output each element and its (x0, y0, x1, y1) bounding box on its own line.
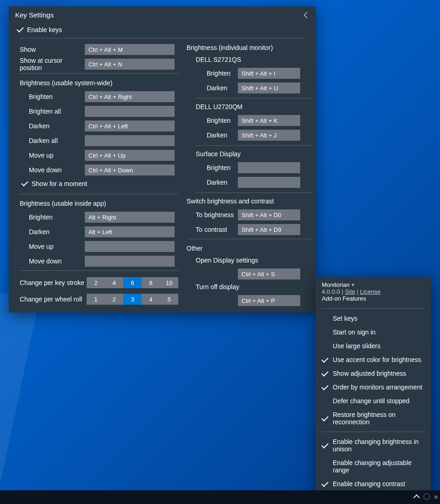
check-icon (321, 462, 329, 470)
monitor-name: DELL S2721QS (187, 54, 312, 66)
back-icon[interactable] (304, 11, 310, 18)
row-ia-2: Move up (20, 239, 178, 254)
divider (187, 239, 312, 239)
key-settings-window: Key Settings Enable keys Show Show at cu… (9, 6, 316, 312)
label: Move up (29, 243, 85, 250)
menu-item[interactable]: Set keys (315, 312, 431, 325)
hotkey-turn-off[interactable] (238, 295, 300, 306)
label: Brighten (29, 214, 85, 221)
hotkey-input[interactable] (85, 256, 175, 267)
seg-option[interactable]: 4 (142, 294, 160, 305)
hotkey-to-contrast[interactable] (238, 224, 300, 235)
row-turn-off (187, 293, 312, 308)
label: Darken (29, 228, 85, 236)
hotkey-input[interactable] (85, 150, 175, 161)
group-insideapp-title: Brightness (usable inside app) (20, 198, 178, 210)
seg-option[interactable]: 2 (87, 277, 105, 288)
menu-item[interactable]: Defer change until stopped (315, 394, 431, 408)
seg-option[interactable]: 5 (160, 294, 178, 305)
label-turn-off: Turn off display (187, 281, 312, 293)
hotkey-input[interactable] (238, 68, 300, 79)
seg-option[interactable]: 3 (123, 294, 142, 305)
label-show: Show (20, 46, 85, 53)
hotkey-input[interactable] (238, 82, 300, 93)
taskbar (0, 490, 440, 504)
divider (20, 270, 178, 271)
menu-item[interactable]: Restore brightness on reconnection (315, 408, 431, 429)
menu-item[interactable]: Order by monitors arrangement (315, 380, 431, 394)
menu-item-label: Restore brightness on reconnection (333, 411, 424, 426)
label: Move down (29, 257, 85, 265)
row-sw-5: Move down (20, 163, 178, 177)
group-individual-title: Brightness (individual monitor) (187, 42, 312, 54)
show-moment-toggle[interactable]: Show for a moment (13, 177, 178, 192)
check-icon (21, 179, 28, 186)
hotkey-show-cursor[interactable] (85, 59, 175, 70)
seg-option[interactable]: 6 (123, 277, 142, 288)
menu-item[interactable]: Enable changing adjustable range (315, 456, 431, 477)
seg-option[interactable]: 10 (160, 277, 178, 288)
group-switch-title: Switch brightness and contrast (187, 196, 312, 208)
group-other-title: Other (187, 243, 312, 255)
seg-option[interactable]: 4 (105, 277, 123, 288)
row-mon-brighten: Brighten (187, 160, 312, 175)
hotkey-input[interactable] (85, 135, 175, 146)
enable-keys-toggle[interactable]: Enable keys (13, 23, 316, 38)
site-link[interactable]: Site (345, 288, 355, 295)
hotkey-show[interactable] (85, 44, 175, 55)
row-mon-darken: Darken (187, 81, 312, 95)
hotkey-input[interactable] (85, 106, 175, 117)
check-icon (321, 414, 329, 422)
segmented-wheel[interactable]: 12345 (87, 294, 178, 305)
divider (20, 38, 305, 38)
tray-dot-icon[interactable] (434, 496, 437, 499)
label: Brighten (207, 70, 238, 77)
change-per-wheel: Change per wheel roll 12345 (20, 291, 178, 307)
label: Move down (29, 166, 85, 174)
row-ia-0: Brighten (20, 210, 178, 225)
hotkey-input[interactable] (85, 121, 175, 131)
seg-option[interactable]: 8 (142, 277, 160, 288)
menu-item-label: Show adjusted brightness (333, 370, 406, 377)
menu-item[interactable]: Use accent color for brightness (315, 353, 431, 367)
hotkey-open-display[interactable] (238, 268, 300, 279)
row-show-cursor: Show at cursor position (20, 57, 178, 71)
hotkey-input[interactable] (85, 241, 175, 252)
about-line: 4.0.0.0 | Site | License (322, 288, 424, 295)
seg-option[interactable]: 2 (105, 294, 123, 305)
menu-item[interactable]: Enable changing contrast (315, 477, 431, 491)
hotkey-input[interactable] (238, 162, 300, 173)
segmented-keystroke[interactable]: 246810 (87, 277, 178, 288)
tray-overflow-icon[interactable] (414, 493, 419, 501)
hotkey-input[interactable] (85, 226, 175, 237)
row-open-display (187, 267, 312, 281)
hotkey-input[interactable] (85, 91, 175, 102)
hotkey-input[interactable] (238, 177, 300, 188)
hotkey-input[interactable] (85, 164, 175, 175)
label: Darken (207, 84, 238, 92)
monitor-name: DELL U2720QM (187, 101, 312, 113)
menu-item[interactable]: Show adjusted brightness (315, 367, 431, 380)
hotkey-input[interactable] (238, 130, 300, 141)
brightness-tray-icon[interactable] (424, 493, 430, 501)
check-icon (321, 356, 329, 363)
app-version: 4.0.0.0 (322, 288, 340, 295)
check-icon (321, 314, 329, 322)
menu-item-label: Enable changing contrast (333, 480, 405, 488)
menu-item[interactable]: Enable changing brightness in unison (315, 435, 431, 456)
license-link[interactable]: License (360, 288, 380, 295)
row-to-brightness: To brightness (187, 208, 312, 222)
check-icon (321, 369, 329, 377)
seg-option[interactable]: 1 (87, 294, 105, 305)
label-open-display: Open Display settings (187, 255, 312, 267)
check-icon (16, 25, 24, 33)
row-sw-4: Move up (20, 148, 178, 163)
app-name: Monitorian + (322, 281, 424, 288)
menu-item[interactable]: Use large sliders (315, 339, 431, 353)
row-ia-1: Darken (20, 225, 178, 239)
hotkey-to-brightness[interactable] (238, 209, 300, 220)
hotkey-input[interactable] (85, 212, 175, 223)
menu-item[interactable]: Start on sign in (315, 325, 431, 339)
hotkey-input[interactable] (238, 115, 300, 126)
row-mon-darken: Darken (187, 128, 312, 142)
